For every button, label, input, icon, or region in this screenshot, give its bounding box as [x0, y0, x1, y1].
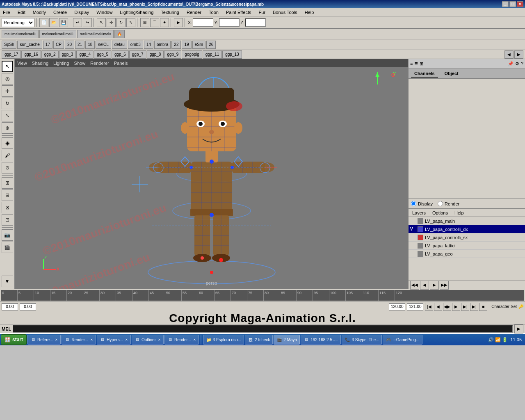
menu-toon[interactable]: Toon — [208, 9, 220, 15]
scene-tab-ggp16[interactable]: ggp_16 — [21, 50, 41, 59]
scale-tool[interactable]: ⤡ — [126, 18, 135, 27]
tab-20[interactable]: 20 — [65, 41, 74, 49]
menu-file[interactable]: File — [2, 9, 11, 15]
select-tool-btn[interactable]: ↖ — [2, 61, 13, 72]
mel-command-input[interactable] — [13, 325, 513, 333]
render-radio-label[interactable]: Render — [438, 201, 459, 206]
rp-icon-1[interactable]: ≡ — [410, 61, 413, 66]
move-tool-btn[interactable]: ✛ — [2, 85, 13, 97]
paint-tool-btn[interactable]: ◎ — [2, 73, 13, 84]
scene-tab-gogopig[interactable]: gogopig — [182, 50, 202, 59]
timeline-track[interactable]: 0 5 10 15 20 25 30 35 40 45 50 55 60 65 … — [1, 290, 524, 301]
close-button[interactable]: × — [517, 1, 523, 7]
viewport[interactable]: View Shading Lighting Show Renderer Pane… — [15, 59, 408, 289]
anim-play-back[interactable]: ◀▶ — [443, 303, 451, 311]
minimize-button[interactable]: _ — [502, 1, 509, 7]
ombra-tab[interactable]: ombra — [154, 41, 171, 49]
object-tab[interactable]: Object — [441, 70, 462, 78]
rotate-tool-btn[interactable]: ↻ — [2, 98, 13, 109]
scene-tab-ggp17[interactable]: ggp_17 — [2, 50, 21, 59]
snap-point[interactable]: ✦ — [160, 18, 169, 27]
range-start-input[interactable] — [2, 303, 18, 310]
taskbar-esplora[interactable]: 📁 3 Esplora riso... — [203, 335, 244, 345]
layer-row-controlli-dx[interactable]: V LV_papa_controlli_dx — [409, 225, 525, 233]
save-button[interactable]: 💾 — [59, 18, 68, 27]
taskbar-render1-close[interactable]: ✕ — [90, 338, 93, 342]
rp-icon-3[interactable]: ⊞ — [420, 61, 423, 66]
snap-btn[interactable]: ⊞ — [2, 177, 13, 189]
taskbar-refere[interactable]: 🖥 Refere... ✕ — [27, 335, 61, 345]
menu-lighting-shading[interactable]: Lighting/Shading — [119, 9, 155, 15]
taskbar-render1[interactable]: 🖥 Render... ✕ — [62, 335, 96, 345]
select-tool[interactable]: ↖ — [97, 18, 106, 27]
vp-menu-lighting[interactable]: Lighting — [53, 61, 69, 66]
scene-tab-ggp7[interactable]: ggp_7 — [129, 50, 146, 59]
shelf-tab-3[interactable]: mel◊mel◊mel◊mel◊ — [77, 30, 114, 38]
taskbar-outliner[interactable]: 🖥 Outliner ✕ — [132, 335, 164, 345]
scene-tab-ggp2[interactable]: ggp_2 — [41, 50, 59, 59]
y-input[interactable] — [219, 18, 240, 27]
scene-tab-ggp3[interactable]: ggp_3 — [59, 50, 76, 59]
scene-tab-ggp8[interactable]: ggp_8 — [147, 50, 164, 59]
shelf-tab-2[interactable]: mel◊mel◊mel◊mel◊ — [39, 30, 76, 38]
taskbar-refere-close[interactable]: ✕ — [55, 338, 58, 342]
rp-help-icon[interactable]: ? — [521, 61, 523, 66]
vp-menu-panels[interactable]: Panels — [114, 61, 128, 66]
z-input[interactable] — [245, 18, 266, 27]
snap-curve[interactable]: ⌒ — [150, 18, 159, 27]
taskbar-render2-close[interactable]: ✕ — [193, 338, 196, 342]
taskbar-skype[interactable]: 📞 3 Skype. The... — [342, 335, 382, 345]
menu-edit[interactable]: Edit — [16, 9, 27, 15]
menu-help[interactable]: Help — [304, 9, 315, 15]
tab-18[interactable]: 18 — [85, 41, 95, 49]
redo-button[interactable]: ↪ — [83, 18, 92, 27]
mode-select[interactable]: Rendering Animation Modeling — [2, 18, 34, 27]
help-menu[interactable]: Help — [453, 210, 465, 216]
shelf-tab-1[interactable]: mel◊mel◊mel◊mel◊ — [2, 30, 39, 38]
layer-row-main[interactable]: LV_papa_main — [409, 217, 525, 225]
tab-14[interactable]: 14 — [144, 41, 153, 49]
anim-prev-frame[interactable]: ◀ — [434, 303, 442, 311]
sun-cache-tab[interactable]: sun_cache — [17, 41, 42, 49]
mel-run-btn[interactable]: ▶ — [514, 324, 523, 333]
snap-btn3[interactable]: ⊠ — [2, 202, 13, 213]
menu-paint-effects[interactable]: Paint Effects — [225, 9, 253, 15]
end-frame-input[interactable] — [407, 303, 423, 310]
range-current-input[interactable] — [20, 303, 36, 310]
vp-menu-shading[interactable]: Shading — [32, 61, 48, 66]
rotate-tool[interactable]: ↻ — [116, 18, 126, 27]
tab-21[interactable]: 21 — [75, 41, 84, 49]
rp-pin-icon[interactable]: 📌 — [508, 61, 514, 66]
show-manip-btn[interactable]: ⊙ — [2, 162, 13, 173]
taskbar-hypers-close[interactable]: ✕ — [125, 338, 128, 342]
soft-mod-btn[interactable]: ◉ — [2, 137, 13, 149]
layers-menu[interactable]: Layers — [411, 210, 427, 216]
menu-render[interactable]: Render — [185, 9, 203, 15]
snap-btn4[interactable]: ⊡ — [2, 214, 13, 226]
sculpt-btn[interactable]: 🖌 — [2, 150, 13, 161]
vp-menu-view[interactable]: View — [17, 61, 27, 66]
anim-play-fwd[interactable]: ▶ — [452, 303, 460, 311]
layer-scroll-right[interactable]: ▶▶ — [440, 281, 449, 290]
SpSh-tab[interactable]: SpSh — [2, 41, 16, 49]
menu-bonus-tools[interactable]: Bonus Tools — [272, 9, 299, 15]
scene-tab-ggp6[interactable]: ggp_6 — [112, 50, 129, 59]
scroll-right[interactable]: ▶ — [514, 50, 523, 59]
new-scene-button[interactable]: 📄 — [39, 18, 48, 27]
taskbar-gameprog[interactable]: 🎮 :::GameProg... — [383, 335, 422, 345]
render-button[interactable]: ▶ — [174, 18, 183, 27]
menu-display[interactable]: Display — [73, 9, 90, 15]
bottom-btn[interactable]: ▼ — [2, 276, 13, 287]
scale-tool-btn[interactable]: ⤡ — [2, 110, 13, 121]
tab-22[interactable]: 22 — [171, 41, 181, 49]
tab-17[interactable]: 17 — [43, 41, 52, 49]
CP-tab[interactable]: CP — [53, 41, 64, 49]
taskbar-maya[interactable]: 🎬 2 Maya — [274, 335, 300, 345]
layer-row-geo[interactable]: LV_papa_geo — [409, 250, 525, 258]
layer-scroll-left[interactable]: ◀◀ — [410, 281, 419, 290]
viewport-canvas[interactable]: Y ©2010maurizioturoni.eu ©2010mauriziotu… — [15, 67, 408, 289]
rp-icon-2[interactable]: ≣ — [414, 61, 418, 66]
eSm-tab[interactable]: eSm — [192, 41, 206, 49]
menu-modify[interactable]: Modify — [32, 9, 47, 15]
anim-next-frame[interactable]: ▶| — [461, 303, 469, 311]
